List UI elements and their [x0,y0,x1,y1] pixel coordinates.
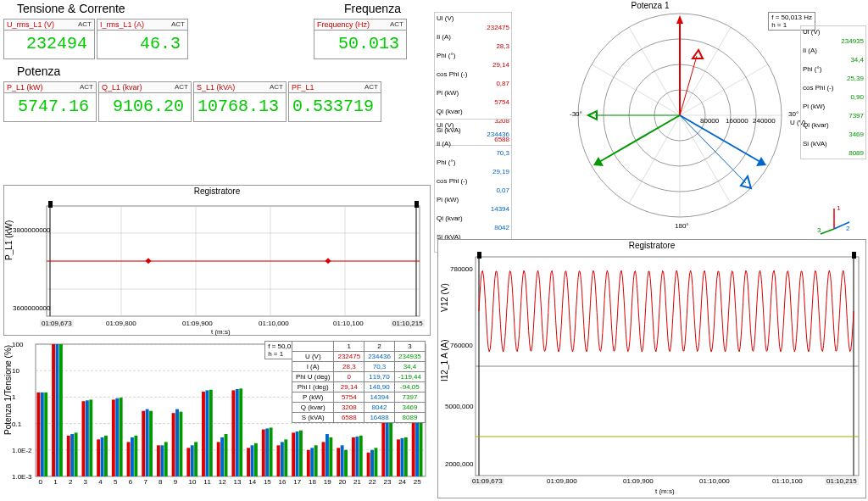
svg-rect-76 [307,450,310,476]
svg-rect-85 [352,437,355,476]
svg-rect-57 [209,390,213,476]
svg-rect-96 [404,437,408,476]
svg-rect-79 [322,442,326,476]
recorder-waveform[interactable]: Registratore I12_1 A (A) V12 (V) 780000 … [437,239,866,498]
svg-rect-36 [104,436,108,476]
svg-rect-71 [281,442,284,476]
recorder-p-chart[interactable]: Registratore P_L1 (kW) 3800000000 360000… [3,185,431,336]
meas-p: P_L1 (kW)ACT 5747.16 [3,81,97,122]
svg-rect-34 [97,439,100,476]
svg-rect-32 [86,400,89,476]
meas-q: Q_L1 (kvar)ACT 9106.20 [98,81,192,122]
svg-line-114 [599,115,680,162]
svg-rect-68 [265,428,269,476]
svg-line-126 [821,229,834,234]
polar-ch3-box: Ui (V)234935Ii (A)34,4Phi (°)25,39cos Ph… [800,25,866,159]
svg-rect-65 [251,445,254,476]
svg-rect-73 [292,432,295,476]
meas-urms-label: U_rms_L1 (V) [7,19,54,30]
svg-rect-40 [127,442,131,476]
svg-rect-30 [75,432,78,476]
harm-table: 123U (V)232475234436234935I (A)28,370,33… [292,341,426,423]
act-label: ACT [78,19,92,30]
svg-rect-77 [310,448,314,476]
svg-rect-87 [359,436,363,476]
svg-rect-82 [337,448,340,476]
meas-urms-value: 232494 [4,31,94,58]
svg-marker-119 [741,176,751,188]
meas-freq: Frequency (Hz)ACT 50.013 [314,19,407,59]
svg-rect-41 [131,437,134,476]
svg-rect-50 [175,409,179,476]
meas-irms-label: I_rms_L1 (A) [100,19,144,30]
svg-rect-45 [149,411,153,476]
svg-rect-51 [179,412,182,476]
svg-rect-66 [254,443,258,476]
meas-urms: U_rms_L1 (V)ACT 232494 [3,19,95,59]
svg-rect-60 [225,434,228,476]
svg-rect-84 [344,450,348,476]
svg-rect-88 [367,453,370,476]
svg-rect-74 [296,431,299,476]
svg-rect-25 [52,344,55,476]
svg-marker-117 [693,50,703,58]
svg-rect-90 [374,448,377,476]
svg-rect-95 [400,438,403,476]
svg-rect-53 [191,445,194,476]
svg-rect-83 [341,445,344,476]
svg-text:3: 3 [817,226,821,234]
svg-rect-58 [217,442,220,476]
meas-irms-value: 46.3 [97,31,187,58]
meas-pf: PF_L1ACT 0.533719 [288,81,381,122]
svg-rect-13 [145,258,151,264]
svg-text:2: 2 [846,225,850,232]
svg-rect-47 [160,445,164,476]
recorder-title: Registratore [4,186,430,197]
polar-ch2-box: Ui (V)234436Ii (A)70,3Phi (°)29,19cos Ph… [434,119,512,253]
svg-rect-14 [325,258,331,264]
svg-rect-61 [231,390,235,476]
svg-rect-54 [194,442,198,476]
svg-rect-72 [284,439,287,476]
svg-rect-39 [120,398,123,476]
harmonics-chart[interactable]: Potenza 1/Tensione (%) 1.0E-31.0E-20.111… [3,339,431,498]
svg-marker-115 [593,157,604,166]
svg-rect-94 [397,439,400,476]
svg-rect-28 [67,436,70,476]
svg-rect-78 [314,445,318,476]
svg-rect-89 [370,450,374,476]
section-title-freq: Frequenza [310,0,429,19]
svg-rect-67 [262,430,265,476]
svg-text:1: 1 [837,204,841,212]
svg-rect-81 [329,437,332,476]
svg-rect-63 [239,388,242,476]
svg-rect-44 [146,409,149,476]
svg-rect-49 [172,413,175,476]
svg-rect-86 [355,437,359,476]
section-title-power: Potenza [0,59,431,81]
svg-rect-42 [134,436,137,476]
svg-rect-52 [186,448,190,476]
svg-rect-80 [326,434,329,476]
meas-irms: I_rms_L1 (A)ACT 46.3 [97,19,188,59]
svg-rect-23 [41,392,44,476]
polar-chart[interactable]: Potenza 1 -30° 30° 180° U (V [434,0,866,242]
svg-rect-64 [247,448,250,476]
svg-rect-26 [56,344,59,476]
svg-rect-37 [112,399,115,476]
svg-rect-56 [205,390,209,476]
meas-s: S_L1 (kVA)ACT 10768.13 [193,81,287,122]
svg-rect-27 [59,344,63,476]
svg-rect-70 [276,445,280,476]
svg-rect-24 [44,392,47,476]
svg-rect-22 [36,392,40,476]
svg-rect-75 [299,431,303,476]
svg-rect-33 [89,399,92,476]
svg-rect-35 [101,437,104,476]
svg-marker-113 [756,157,766,166]
svg-rect-46 [157,445,160,476]
svg-rect-62 [236,389,239,476]
svg-rect-55 [202,392,205,476]
svg-rect-43 [142,411,145,476]
axis-3d-icon: 1 2 3 [817,203,851,237]
